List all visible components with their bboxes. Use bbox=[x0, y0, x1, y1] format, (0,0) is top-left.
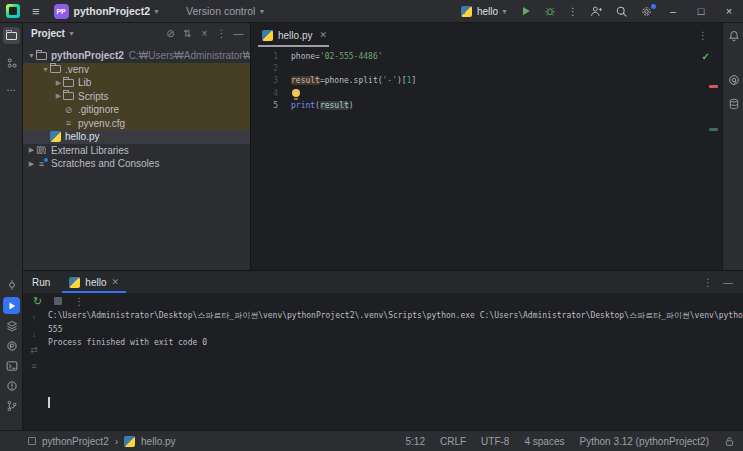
tree-item-lib[interactable]: ▶ Lib bbox=[23, 76, 251, 90]
run-button[interactable] bbox=[514, 0, 538, 23]
code-editor[interactable]: 1 phone='02-555-4486' 2 3 result=phone.s… bbox=[252, 50, 722, 111]
panel-options-button[interactable]: ⋮ bbox=[214, 26, 229, 41]
run-panel-options-button[interactable]: ⋮ bbox=[703, 277, 713, 288]
run-tool-button[interactable] bbox=[3, 297, 20, 314]
project-tool-button[interactable] bbox=[3, 27, 20, 44]
run-console[interactable]: ↑ ↓ ⇄ ≡ C:\Users\Administrator\Desktop\스… bbox=[23, 309, 743, 431]
chevron-down-icon[interactable]: ▼ bbox=[41, 66, 50, 73]
stop-button[interactable] bbox=[54, 297, 62, 305]
scroll-up-icon[interactable]: ↑ bbox=[32, 313, 37, 323]
close-icon[interactable]: ✕ bbox=[319, 30, 327, 40]
chevron-down-icon[interactable]: ▼ bbox=[27, 52, 36, 59]
console-caret bbox=[48, 397, 50, 408]
chevron-right-icon[interactable]: ▶ bbox=[27, 146, 36, 154]
bug-icon bbox=[544, 5, 556, 17]
git-branch-icon bbox=[6, 400, 18, 412]
chevron-right-icon[interactable]: ▶ bbox=[27, 160, 36, 168]
scroll-down-icon[interactable]: ↓ bbox=[32, 329, 37, 339]
hide-run-panel-button[interactable]: — bbox=[723, 277, 733, 288]
tree-item-external-libraries[interactable]: ▶ External Libraries bbox=[23, 144, 251, 158]
settings-button[interactable] bbox=[634, 0, 659, 23]
intention-bulb-icon[interactable] bbox=[292, 89, 300, 97]
run-panel-title[interactable]: Run bbox=[32, 277, 50, 288]
python-file-icon bbox=[262, 30, 273, 41]
close-button[interactable]: × bbox=[715, 0, 743, 23]
tree-item-project-root[interactable]: ▼ pythonProject2 C:₩Users₩Administrator₩… bbox=[23, 49, 251, 63]
chevron-down-icon: ▼ bbox=[153, 8, 160, 15]
info-stripe-mark[interactable] bbox=[709, 128, 718, 131]
bell-icon bbox=[728, 30, 740, 42]
structure-tool-button[interactable] bbox=[3, 54, 20, 71]
right-tool-stripe bbox=[722, 23, 743, 270]
python-file-icon bbox=[50, 131, 61, 142]
tree-item-venv[interactable]: ▼ .venv bbox=[23, 63, 251, 77]
breadcrumb-file[interactable]: hello.py bbox=[141, 436, 175, 447]
debug-button[interactable] bbox=[538, 0, 562, 23]
tree-item-scripts[interactable]: ▶ Scripts bbox=[23, 90, 251, 104]
terminal-icon bbox=[6, 360, 18, 372]
tree-item-label: External Libraries bbox=[51, 145, 129, 156]
scroll-to-end-icon[interactable]: ≡ bbox=[31, 361, 36, 371]
search-everywhere-button[interactable] bbox=[609, 0, 634, 23]
code-with-me-button[interactable] bbox=[584, 0, 609, 23]
play-icon bbox=[520, 5, 532, 17]
version-control-tool-button[interactable] bbox=[3, 397, 20, 414]
expand-collapse-button[interactable]: ⇅ bbox=[180, 26, 195, 41]
code-line: 2 bbox=[252, 62, 722, 74]
close-icon[interactable]: ✕ bbox=[112, 277, 120, 287]
database-button[interactable] bbox=[725, 95, 742, 112]
notifications-button[interactable] bbox=[725, 27, 742, 44]
project-panel-title[interactable]: Project bbox=[31, 28, 65, 39]
encoding-widget[interactable]: UTF-8 bbox=[481, 436, 509, 447]
ai-assistant-button[interactable] bbox=[725, 71, 742, 88]
error-stripe-mark[interactable] bbox=[709, 85, 718, 88]
editor-tab-hello-py[interactable]: hello.py ✕ bbox=[252, 23, 335, 47]
tree-item-label: Scratches and Consoles bbox=[51, 158, 159, 169]
tree-item-hello-py[interactable]: hello.py bbox=[23, 130, 251, 144]
collapse-all-button[interactable]: × bbox=[197, 26, 212, 41]
tree-item-gitignore[interactable]: ⊘ .gitignore bbox=[23, 103, 251, 117]
problems-tool-button[interactable] bbox=[3, 377, 20, 394]
line-ending-widget[interactable]: CRLF bbox=[440, 436, 466, 447]
config-file-icon: ≡ bbox=[63, 118, 74, 128]
rerun-button[interactable]: ↻ bbox=[33, 296, 42, 307]
chevron-right-icon[interactable]: ▶ bbox=[54, 92, 63, 100]
minimize-button[interactable]: – bbox=[659, 0, 687, 23]
main-menu-button[interactable]: ≡ bbox=[26, 0, 46, 23]
caret-position-widget[interactable]: 5:12 bbox=[406, 436, 425, 447]
project-name: pythonProject2 bbox=[74, 5, 150, 17]
project-selector[interactable]: pythonProject2 ▼ bbox=[74, 0, 166, 23]
problems-icon bbox=[6, 380, 18, 392]
version-control-menu[interactable]: Version control ▼ bbox=[166, 0, 271, 23]
select-opened-file-button[interactable]: ⊘ bbox=[163, 26, 178, 41]
code-line: 3 result=phone.split('-')[1] bbox=[252, 75, 722, 87]
services-tool-button[interactable] bbox=[3, 317, 20, 334]
editor-options-button[interactable]: ⋮ bbox=[698, 23, 708, 47]
ai-assistant-icon bbox=[728, 74, 740, 86]
more-tool-windows-button[interactable]: ⋯ bbox=[3, 81, 20, 98]
commit-icon bbox=[6, 279, 18, 291]
run-tab-hello[interactable]: hello ✕ bbox=[60, 271, 128, 293]
commit-tool-button[interactable] bbox=[3, 276, 20, 293]
run-more-options-button[interactable]: ⋮ bbox=[74, 296, 84, 307]
tree-item-pyvenv-cfg[interactable]: ≡ pyvenv.cfg bbox=[23, 117, 251, 131]
python-packages-tool-button[interactable] bbox=[3, 337, 20, 354]
terminal-tool-button[interactable] bbox=[3, 357, 20, 374]
soft-wrap-icon[interactable]: ⇄ bbox=[30, 345, 38, 355]
console-line: 555 bbox=[48, 323, 743, 337]
breadcrumb-project[interactable]: pythonProject2 bbox=[42, 436, 109, 447]
inspections-ok-icon[interactable]: ✓ bbox=[702, 51, 710, 62]
hide-panel-button[interactable]: — bbox=[231, 26, 246, 41]
run-tab-label: hello bbox=[85, 277, 106, 288]
interpreter-widget[interactable]: Python 3.12 (pythonProject2) bbox=[579, 436, 709, 447]
chevron-down-icon: ▼ bbox=[501, 8, 508, 15]
gitignore-icon: ⊘ bbox=[63, 105, 74, 115]
tree-item-scratches[interactable]: ▶ ≡ Scratches and Consoles bbox=[23, 157, 251, 171]
maximize-button[interactable]: □ bbox=[687, 0, 715, 23]
breadcrumb-separator: › bbox=[115, 436, 118, 447]
chevron-right-icon[interactable]: ▶ bbox=[54, 79, 63, 87]
run-configuration-selector[interactable]: hello ▼ bbox=[455, 0, 514, 23]
more-actions-button[interactable]: ⋮ bbox=[562, 0, 584, 23]
lock-icon[interactable] bbox=[724, 436, 735, 447]
indent-widget[interactable]: 4 spaces bbox=[524, 436, 564, 447]
